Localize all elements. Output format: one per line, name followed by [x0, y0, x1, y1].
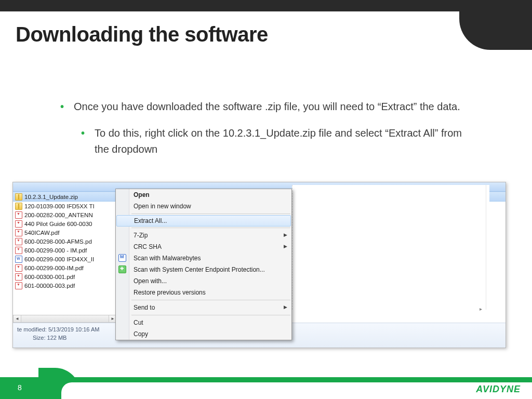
menu-item-open[interactable]: Open [116, 189, 291, 201]
file-name: 440 Pilot Guide 600-0030 [24, 221, 92, 227]
brand-logo: AVIDYNE [476, 384, 521, 395]
menu-item-restore-versions[interactable]: Restore previous versions [116, 287, 291, 298]
bullet-main-text: Once you have downloaded the software .z… [74, 99, 460, 115]
malwarebytes-icon [118, 254, 126, 262]
status-modified-value: 5/13/2019 10:16 AM [48, 326, 99, 332]
bullet-sub: • To do this, right click on the 10.2.3.… [81, 125, 476, 157]
menu-item-cut[interactable]: Cut [116, 317, 291, 328]
file-name: 200-00282-000_ANTENN [24, 212, 93, 218]
preview-scroll-right-icon[interactable]: ▸ [480, 306, 482, 312]
pdf-file-icon [15, 273, 22, 281]
pdf-file-icon [15, 229, 22, 236]
menu-item-7zip[interactable]: 7-Zip▶ [116, 230, 291, 241]
menu-separator [131, 300, 290, 300]
bullet-sub-text: To do this, right click on the 10.2.3.1_… [95, 125, 476, 157]
pdf-file-icon [15, 282, 22, 289]
menu-item-extract-all[interactable]: Extract All... [116, 215, 291, 227]
menu-separator [131, 214, 290, 214]
pdf-file-icon [15, 220, 22, 228]
menu-item-open-with[interactable]: Open with... [116, 275, 291, 287]
endpoint-protection-icon [118, 265, 126, 273]
file-name: 120-01039-000 IFD5XX TI [24, 203, 95, 209]
doc-file-icon [15, 256, 22, 263]
menu-item-send-to[interactable]: Send to▶ [116, 302, 291, 313]
status-modified-label: te modified: [17, 326, 47, 332]
file-name: 600-00298-000-AFMS.pd [24, 238, 92, 245]
menu-separator [131, 315, 290, 315]
menu-item-open-new-window[interactable]: Open in new window [116, 201, 291, 212]
slide-body: • Once you have downloaded the software … [60, 99, 476, 157]
status-size-value: 122 MB [47, 335, 67, 341]
file-name: 540ICAW.pdf [24, 230, 59, 236]
scroll-left-arrow-icon[interactable]: ◄ [14, 315, 21, 322]
explorer-preview-pane: ▸ [292, 185, 489, 310]
page-number: 8 [18, 383, 22, 392]
menu-item-scep[interactable]: Scan with System Center Endpoint Protect… [116, 264, 291, 275]
bullet-icon: • [60, 99, 74, 115]
menu-item-copy[interactable]: Copy [116, 328, 291, 340]
pdf-file-icon [15, 211, 22, 219]
pdf-file-icon [15, 264, 22, 272]
pdf-file-icon [15, 247, 22, 254]
horizontal-scrollbar[interactable]: ◄ ► [13, 315, 117, 323]
menu-item-crc-sha[interactable]: CRC SHA▶ [116, 241, 291, 252]
slide-title: Downloading the software [16, 23, 268, 46]
bullet-main: • Once you have downloaded the software … [60, 99, 476, 115]
file-name: 601-00000-003.pdf [24, 283, 75, 289]
slide-top-notch [459, 0, 532, 50]
menu-separator [131, 228, 290, 228]
slide-footer: 8 [0, 377, 532, 399]
zip-file-icon [15, 193, 22, 201]
bullet-icon: • [81, 125, 95, 157]
file-name: 600-00299-000 IFD4XX_II [24, 256, 94, 262]
zip-file-icon [15, 203, 22, 210]
pdf-file-icon [15, 238, 22, 245]
footer-white-bar [61, 382, 532, 399]
file-name: 600-00300-001.pdf [24, 274, 75, 280]
submenu-arrow-icon: ▶ [284, 244, 287, 249]
context-menu: Open Open in new window Extract All... 7… [115, 189, 292, 340]
menu-item-malwarebytes[interactable]: Scan with Malwarebytes [116, 252, 291, 264]
submenu-arrow-icon: ▶ [284, 232, 287, 237]
file-name: 600-00299-000-IM.pdf [24, 265, 84, 271]
submenu-arrow-icon: ▶ [284, 304, 287, 310]
file-name: 10.2.3.1_Update.zip [24, 194, 78, 200]
file-name: 600-00299-000 - IM.pdf [24, 247, 87, 254]
status-size-label: Size: [33, 335, 45, 341]
